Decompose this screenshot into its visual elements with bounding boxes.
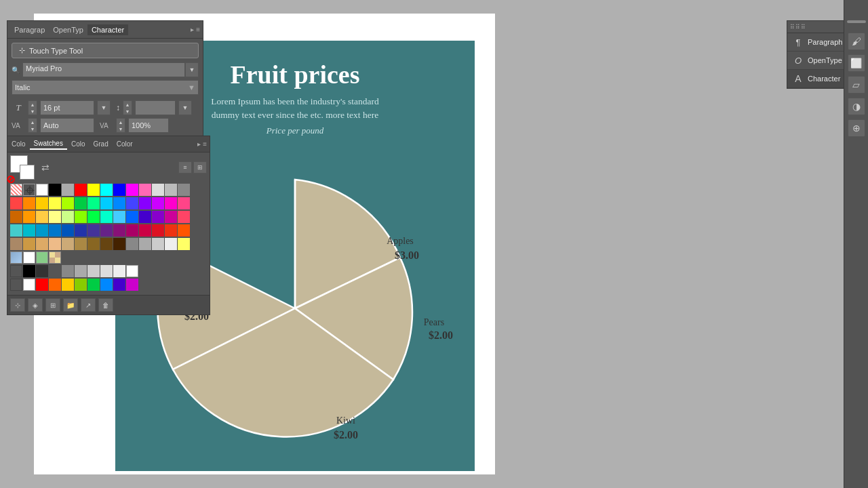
- sw-r4c7[interactable]: [87, 238, 100, 250]
- swatch-light-gray[interactable]: [152, 184, 164, 196]
- sw-special1[interactable]: [10, 251, 22, 264]
- sw-r4c3[interactable]: [36, 238, 48, 250]
- tab-opentype[interactable]: OpenTyp: [49, 24, 87, 35]
- sw-r1c9[interactable]: [113, 197, 125, 209]
- sw-gray5[interactable]: [100, 265, 113, 277]
- tab-gradient[interactable]: Grad: [90, 139, 113, 149]
- grid-view-btn[interactable]: ⊞: [193, 161, 207, 174]
- sw-fav-lime[interactable]: [75, 279, 87, 291]
- sw-r1c5[interactable]: [62, 197, 74, 209]
- sw-r1c11[interactable]: [139, 197, 151, 209]
- sw-r1c2[interactable]: [23, 197, 35, 209]
- sw-r3c4[interactable]: [49, 224, 61, 237]
- leading-spinner[interactable]: ▲ ▼: [123, 100, 132, 115]
- sw-r1c8[interactable]: [100, 197, 113, 209]
- size-input[interactable]: 16 pt: [40, 100, 94, 115]
- sw-darkgray[interactable]: [36, 265, 48, 277]
- sw-r3c12[interactable]: [152, 224, 164, 237]
- footer-btn-tag[interactable]: ⊹: [10, 298, 25, 312]
- kerning-spinner[interactable]: ▲ ▼: [28, 118, 37, 133]
- sw-special2[interactable]: [23, 251, 35, 264]
- sw-r4c12[interactable]: [152, 238, 164, 250]
- sw-fav-red[interactable]: [36, 279, 48, 291]
- sw-gray6[interactable]: [113, 265, 125, 277]
- sw-r2c1[interactable]: [10, 211, 22, 223]
- style-select[interactable]: Italic ▼: [12, 80, 199, 95]
- sw-fav-yellow[interactable]: [62, 279, 74, 291]
- sw-r1c14[interactable]: [178, 197, 190, 209]
- sw-r3c6[interactable]: [75, 224, 87, 237]
- sw-r2c4[interactable]: [49, 211, 61, 223]
- sw-r2c2[interactable]: [23, 211, 35, 223]
- sw-r1c13[interactable]: [165, 197, 177, 209]
- footer-btn-trash[interactable]: 🗑: [98, 298, 113, 312]
- swatch-yellow[interactable]: [87, 184, 100, 196]
- sw-white2[interactable]: [126, 265, 138, 277]
- swatch-pink[interactable]: [139, 184, 151, 196]
- sw-r3c5[interactable]: [62, 224, 74, 237]
- paint-brush-btn[interactable]: 🖌: [848, 33, 865, 50]
- sw-r1c3[interactable]: [36, 197, 48, 209]
- sw-r4c1[interactable]: [10, 238, 22, 250]
- panel-menu-arrow[interactable]: ▸ ≡: [191, 26, 200, 33]
- sw-r2c5[interactable]: [62, 211, 74, 223]
- touch-type-button[interactable]: ⊹ Touch Type Tool: [12, 43, 199, 58]
- sw-r4c5[interactable]: [62, 238, 74, 250]
- sw-r4c11[interactable]: [139, 238, 151, 250]
- sw-black2[interactable]: [23, 265, 35, 277]
- swatch-dark-gray[interactable]: [178, 184, 190, 196]
- footer-btn-folder[interactable]: 📁: [63, 298, 78, 312]
- sw-r4c8[interactable]: [100, 238, 113, 250]
- font-dropdown-arrow[interactable]: ▼: [185, 62, 199, 77]
- tab-color3[interactable]: Color: [113, 139, 137, 149]
- sw-r3c7[interactable]: [87, 224, 100, 237]
- sw-r2c12[interactable]: [152, 211, 164, 223]
- footer-btn-grid[interactable]: ⊞: [45, 298, 60, 312]
- sw-r4c6[interactable]: [75, 238, 87, 250]
- sw-r2c10[interactable]: [126, 211, 138, 223]
- sw-r2c8[interactable]: [100, 211, 113, 223]
- swatch-cyan[interactable]: [100, 184, 113, 196]
- swatch-crosshair[interactable]: [23, 184, 35, 196]
- sw-folder2[interactable]: [10, 279, 22, 291]
- tab-paragraph[interactable]: Paragrap: [10, 24, 49, 35]
- sw-r3c8[interactable]: [100, 224, 113, 237]
- tracking-spinner[interactable]: ▲ ▼: [116, 118, 125, 133]
- sw-r3c10[interactable]: [126, 224, 138, 237]
- kerning-input[interactable]: Auto: [40, 118, 94, 133]
- leading-dropdown[interactable]: ▼: [178, 100, 192, 115]
- rectangle-btn[interactable]: ⬜: [848, 54, 865, 72]
- tab-color2[interactable]: Colo: [67, 139, 90, 149]
- font-select[interactable]: Myriad Pro: [22, 62, 185, 77]
- swatch-blue[interactable]: [113, 184, 125, 196]
- swap-icon[interactable]: ⇄: [41, 162, 50, 173]
- swatch-white[interactable]: [36, 184, 48, 196]
- sw-fav-white[interactable]: [23, 279, 35, 291]
- sw-r2c11[interactable]: [139, 211, 151, 223]
- tab-more-arrow[interactable]: ▸ ≡: [197, 140, 210, 148]
- sw-r4c14[interactable]: [178, 238, 190, 250]
- swatch-magenta[interactable]: [126, 184, 138, 196]
- sw-r3c2[interactable]: [23, 224, 35, 237]
- sw-r1c12[interactable]: [152, 197, 164, 209]
- sw-fav-green[interactable]: [87, 279, 100, 291]
- gradient-btn[interactable]: ◑: [848, 98, 865, 115]
- sw-r1c7[interactable]: [87, 197, 100, 209]
- sw-r2c7[interactable]: [87, 211, 100, 223]
- footer-btn-move[interactable]: ↗: [81, 298, 96, 312]
- sw-fav-violet[interactable]: [113, 279, 125, 291]
- sw-r3c14[interactable]: [178, 224, 190, 237]
- sw-special4[interactable]: [49, 251, 61, 264]
- tab-swatches[interactable]: Swatches: [30, 138, 67, 150]
- sw-r2c9[interactable]: [113, 211, 125, 223]
- sw-r4c13[interactable]: [165, 238, 177, 250]
- sw-r3c13[interactable]: [165, 224, 177, 237]
- sw-r3c9[interactable]: [113, 224, 125, 237]
- eyedropper-btn[interactable]: ⊕: [848, 119, 865, 137]
- sw-fav-blue[interactable]: [100, 279, 113, 291]
- tab-color1[interactable]: Colo: [7, 139, 30, 149]
- sw-r3c1[interactable]: [10, 224, 22, 237]
- sw-r3c11[interactable]: [139, 224, 151, 237]
- sw-r2c14[interactable]: [178, 211, 190, 223]
- background-color[interactable]: [20, 165, 35, 180]
